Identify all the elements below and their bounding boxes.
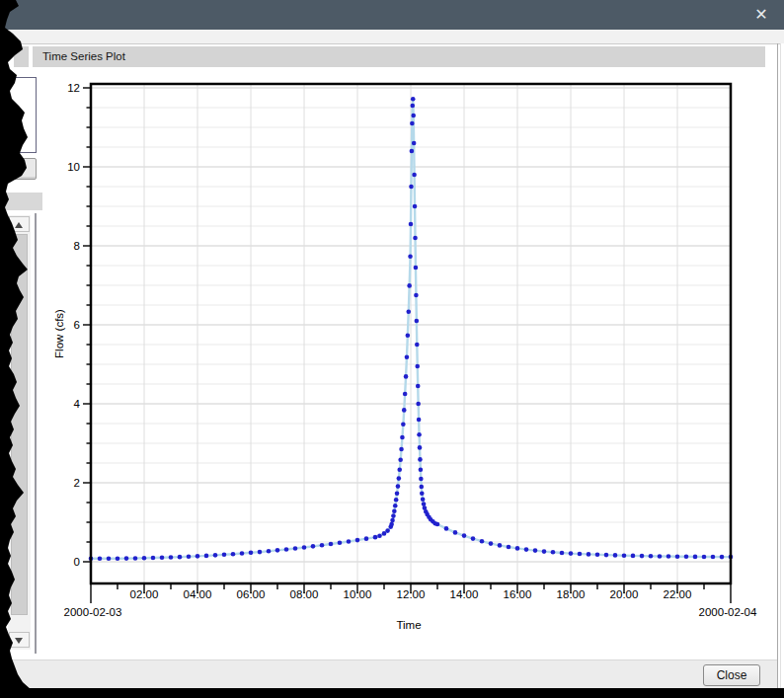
x-tick-label: 04:00: [184, 588, 212, 600]
window-edge-strip: [0, 30, 784, 43]
y-tick-label: 10: [67, 161, 80, 173]
axis-labels: 2000-02-032000-02-04TimeFlow (cfs): [53, 309, 757, 631]
dialog-right-border: [777, 43, 778, 689]
torn-button-fragment[interactable]: [5, 158, 37, 180]
y-tick-label: 4: [74, 398, 81, 410]
x-date-start-label: 2000-02-03: [64, 606, 122, 618]
dialog-right-border-highlight: [780, 43, 781, 689]
y-tick-label: 6: [74, 319, 80, 331]
torn-bottom-edge: [0, 688, 784, 698]
x-tick-label: 12:00: [397, 588, 426, 600]
y-axis-title: Flow (cfs): [53, 309, 65, 358]
side-panel-border: [35, 213, 37, 654]
window-close-icon[interactable]: ✕: [750, 5, 772, 25]
scrollbar-down-button[interactable]: [9, 632, 30, 648]
x-tick-label: 08:00: [290, 588, 319, 600]
x-tick-label: 18:00: [557, 588, 586, 600]
y-axis-ticks: 024681012: [67, 82, 91, 568]
arrow-up-icon: [15, 222, 23, 228]
x-axis-title: Time: [396, 619, 421, 631]
dialog-top-border: [0, 43, 781, 44]
torn-left-edge: [0, 0, 784, 698]
x-tick-label: 06:00: [237, 588, 266, 600]
dialog-footer: [0, 659, 777, 688]
x-tick-label: 16:00: [504, 588, 532, 600]
torn-graybar-fragment: [0, 193, 42, 210]
plot-frame: [91, 84, 731, 583]
series-points: [89, 97, 734, 561]
x-tick-label: 02:00: [130, 588, 159, 600]
time-series-chart[interactable]: 02468101202:0004:0006:0008:0010:0012:001…: [0, 0, 784, 698]
x-tick-label: 22:00: [664, 588, 692, 600]
x-tick-label: 20:00: [610, 588, 639, 600]
torn-listbox-fragment[interactable]: [7, 77, 37, 153]
gridlines: [91, 84, 731, 583]
x-tick-label: 14:00: [450, 588, 479, 600]
scrollbar-up-button[interactable]: [9, 216, 30, 232]
window-titlebar: ✕: [0, 0, 784, 30]
y-tick-label: 0: [74, 556, 80, 568]
torn-toolbar-fragment: [14, 46, 29, 67]
y-tick-label: 2: [74, 477, 80, 489]
x-tick-label: 10:00: [344, 588, 372, 600]
plot-panel-header: Time Series Plot: [33, 46, 765, 67]
series-line: [91, 99, 731, 559]
x-date-end-label: 2000-02-04: [699, 606, 757, 618]
close-button[interactable]: Close: [703, 664, 760, 686]
y-tick-label: 8: [74, 240, 80, 252]
x-axis-ticks: 02:0004:0006:0008:0010:0012:0014:0016:00…: [91, 583, 731, 603]
arrow-down-icon: [15, 638, 23, 644]
y-tick-label: 12: [67, 82, 80, 94]
scrollbar-thumb[interactable]: [11, 234, 28, 615]
